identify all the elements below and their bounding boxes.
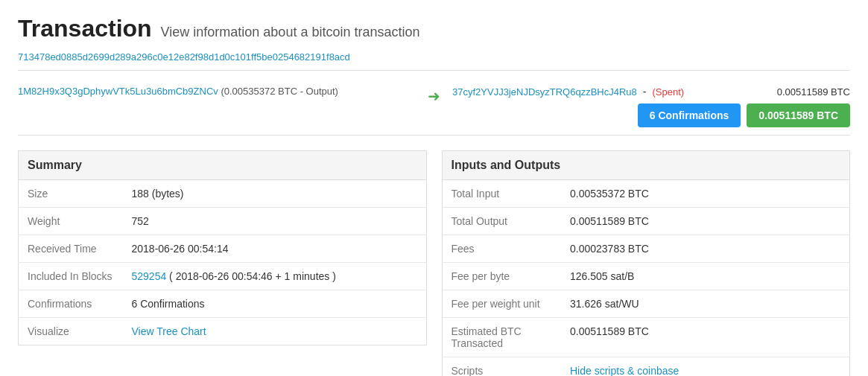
label-visualize: Visualize (19, 318, 123, 345)
confirmations-badge: 6 Confirmations (638, 103, 741, 127)
value-visualize: View Tree Chart (123, 318, 427, 345)
label-fees: Fees (442, 235, 561, 263)
output-status: (Spent) (652, 86, 684, 98)
page-header: Transaction View information about a bit… (18, 15, 850, 42)
label-total-input: Total Input (442, 180, 561, 208)
label-size: Size (19, 180, 123, 208)
page-title: Transaction (18, 15, 152, 42)
tx-row: 1M82H9x3Q3gDphywVTk5Lu3u6bmCb9ZNCv (0.00… (18, 78, 850, 136)
summary-panel-title: Summary (18, 150, 427, 179)
label-total-output: Total Output (442, 208, 561, 235)
output-btc: 0.00511589 BTC (777, 86, 850, 98)
tx-output: 37cyf2YVJJ3jeNJDsyzTRQ6qzzBHcJ4Ru8 - (Sp… (452, 86, 850, 127)
table-row: Scripts Hide scripts & coinbase (442, 357, 850, 377)
table-row: Received Time 2018-06-26 00:54:14 (19, 235, 427, 263)
label-estimated-btc: Estimated BTC Transacted (442, 318, 561, 357)
value-total-output: 0.00511589 BTC (561, 208, 850, 235)
tx-arrow-icon: ➜ (428, 87, 440, 105)
label-fee-per-byte: Fee per byte (442, 263, 561, 290)
value-received-time: 2018-06-26 00:54:14 (123, 235, 427, 263)
block-detail: ( 2018-06-26 00:54:46 + 1 minutes ) (166, 270, 336, 282)
label-fee-per-weight: Fee per weight unit (442, 290, 561, 318)
tx-input: 1M82H9x3Q3gDphywVTk5Lu3u6bmCb9ZNCv (0.00… (18, 86, 416, 97)
table-row: Fee per byte 126.505 sat/B (442, 263, 850, 290)
value-estimated-btc: 0.00511589 BTC (561, 318, 850, 357)
value-fee-per-byte: 126.505 sat/B (561, 263, 850, 290)
table-row: Fee per weight unit 31.626 sat/WU (442, 290, 850, 318)
io-table: Total Input 0.00535372 BTC Total Output … (442, 179, 851, 376)
table-row: Fees 0.00023783 BTC (442, 235, 850, 263)
output-dash: - (643, 86, 647, 98)
hide-scripts-link[interactable]: Hide scripts & coinbase (570, 365, 679, 376)
value-fee-per-weight: 31.626 sat/WU (561, 290, 850, 318)
label-included-blocks: Included In Blocks (19, 263, 123, 290)
value-confirmations: 6 Confirmations (123, 290, 427, 318)
page-subtitle: View information about a bitcoin transac… (161, 25, 420, 40)
main-content: Summary Size 188 (bytes) Weight 752 Rece… (18, 150, 850, 376)
value-included-blocks: 529254 ( 2018-06-26 00:54:46 + 1 minutes… (123, 263, 427, 290)
table-row: Visualize View Tree Chart (19, 318, 427, 345)
label-weight: Weight (19, 208, 123, 235)
output-address-link[interactable]: 37cyf2YVJJ3jeNJDsyzTRQ6qzzBHcJ4Ru8 (452, 86, 637, 98)
summary-table: Size 188 (bytes) Weight 752 Received Tim… (18, 179, 427, 345)
amount-badge: 0.00511589 BTC (747, 103, 850, 127)
input-address-link[interactable]: 1M82H9x3Q3gDphywVTk5Lu3u6bmCb9ZNCv (18, 86, 218, 97)
view-tree-chart-link[interactable]: View Tree Chart (132, 325, 206, 337)
table-row: Estimated BTC Transacted 0.00511589 BTC (442, 318, 850, 357)
io-panel-title: Inputs and Outputs (442, 150, 851, 179)
value-weight: 752 (123, 208, 427, 235)
table-row: Size 188 (bytes) (19, 180, 427, 208)
table-row: Total Output 0.00511589 BTC (442, 208, 850, 235)
table-row: Weight 752 (19, 208, 427, 235)
io-panel: Inputs and Outputs Total Input 0.0053537… (442, 150, 851, 376)
tx-hash-link[interactable]: 713478ed0885d2699d289a296c0e12e82f98d1d0… (18, 51, 850, 71)
label-scripts: Scripts (442, 357, 561, 377)
input-detail: (0.00535372 BTC - Output) (221, 86, 338, 97)
table-row: Confirmations 6 Confirmations (19, 290, 427, 318)
value-size: 188 (bytes) (123, 180, 427, 208)
block-link[interactable]: 529254 (132, 270, 167, 282)
value-total-input: 0.00535372 BTC (561, 180, 850, 208)
label-received-time: Received Time (19, 235, 123, 263)
table-row: Total Input 0.00535372 BTC (442, 180, 850, 208)
value-fees: 0.00023783 BTC (561, 235, 850, 263)
summary-panel: Summary Size 188 (bytes) Weight 752 Rece… (18, 150, 427, 376)
label-confirmations: Confirmations (19, 290, 123, 318)
tx-badges: 6 Confirmations 0.00511589 BTC (452, 103, 850, 127)
value-scripts: Hide scripts & coinbase (561, 357, 850, 377)
table-row: Included In Blocks 529254 ( 2018-06-26 0… (19, 263, 427, 290)
